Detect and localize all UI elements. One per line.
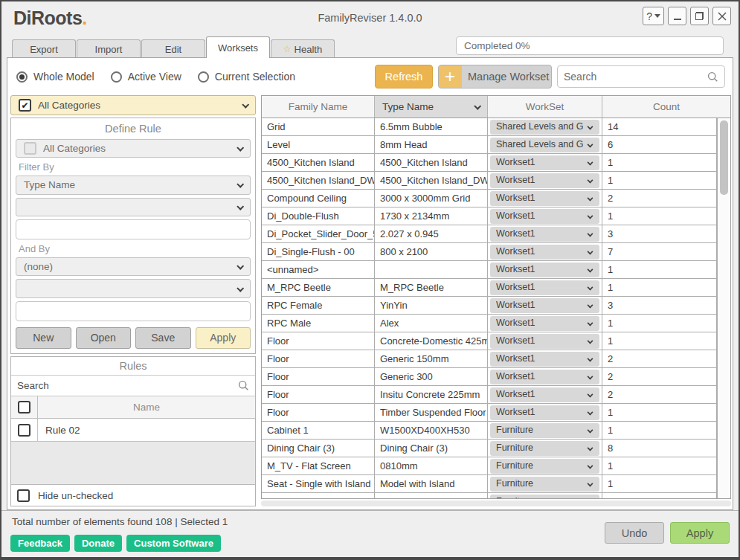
workset-dropdown[interactable]: Workset1 [490,191,599,206]
family-name-cell: 4500_Kitchen Island [262,154,375,171]
select-all-checkbox[interactable] [18,401,30,413]
workset-dropdown[interactable]: Workset1 [490,280,599,295]
workset-dropdown[interactable]: Furniture [490,459,599,474]
filter-field-dropdown[interactable]: Type Name [16,176,251,194]
horizontal-scrollbar[interactable] [261,501,731,506]
donate-button[interactable]: Donate [74,535,122,552]
count-cell: 6 [602,136,717,153]
feedback-button[interactable]: Feedback [10,535,70,552]
tab-edit[interactable]: Edit [141,39,205,58]
rule-row[interactable]: Rule 02 [11,419,255,442]
restore-icon [695,12,704,20]
checkbox-checked-icon[interactable]: ✔ [19,99,31,112]
table-row: Di_Pocket_Slider_Door_582.027 x 0.945Wor… [262,225,717,243]
count-cell: 2 [602,190,717,207]
workset-dropdown[interactable]: Workset1 [490,352,599,367]
type-name-cell: Insitu Concrete 225mm [375,386,488,403]
undo-button[interactable]: Undo [605,522,664,544]
workset-dropdown[interactable]: Workset1 [490,263,599,277]
radio-current-selection[interactable]: Current Selection [198,71,295,83]
help-button[interactable]: ? [643,7,664,25]
manage-workset-button[interactable]: +Manage Workset [438,65,552,88]
chevron-down-icon [654,14,660,18]
workset-dropdown[interactable]: Furniture [490,423,599,438]
dropdown-label: All Categories [38,100,100,111]
custom-software-button[interactable]: Custom Software [126,535,221,552]
vertical-scrollbar[interactable] [717,118,730,498]
workset-cell: Workset1 [488,368,602,385]
workset-dropdown[interactable]: Shared Levels and G [490,120,599,135]
all-categories-dropdown[interactable]: ✔ All Categories [10,95,256,115]
workset-dropdown[interactable]: Workset1 [490,334,599,349]
minimize-icon [674,19,681,20]
window-controls: ? [643,1,731,25]
refresh-button[interactable]: Refresh [375,65,433,88]
chevron-down-icon [588,374,593,380]
restore-button[interactable] [690,7,709,25]
radio-active-view[interactable]: Active View [111,71,181,83]
hide-unchecked-row[interactable]: Hide un-checked [11,484,255,506]
workset-dropdown[interactable]: Workset1 [490,245,599,260]
workset-dropdown[interactable]: Workset1 [490,370,599,384]
filter-operator-dropdown[interactable] [16,198,251,216]
workset-dropdown[interactable]: Workset1 [490,227,599,242]
hide-unchecked-checkbox[interactable] [17,489,30,502]
window-title: FamilyReviser 1.4.0.0 [1,12,739,24]
count-cell: 7 [602,243,717,260]
family-name-cell: Dining Chair (3) [262,440,375,457]
workset-dropdown[interactable]: Furniture [490,441,599,456]
and-value-input[interactable] [16,301,251,321]
workset-dropdown[interactable]: Furniture [490,495,599,500]
select-all-cell [11,396,38,418]
workset-dropdown[interactable]: Workset1 [490,405,599,420]
workset-dropdown[interactable]: Workset1 [490,173,599,188]
open-button[interactable]: Open [76,327,132,349]
scrollbar-thumb[interactable] [720,120,728,195]
tab-import[interactable]: Import [77,39,141,58]
rule-checkbox[interactable] [18,424,30,437]
rule-categories-dropdown[interactable]: All Categories [16,139,251,158]
table-row: FloorConcrete-Domestic 425mWorkset11 [262,332,717,350]
chevron-down-icon [474,103,481,110]
new-button[interactable]: New [16,327,71,349]
workset-dropdown[interactable]: Workset1 [490,316,599,331]
checkbox-unchecked-icon[interactable] [24,142,36,155]
apply-button[interactable]: Apply [670,522,730,544]
minimize-button[interactable] [668,7,686,25]
filter-value-input[interactable] [16,219,251,239]
radio-whole-model[interactable]: Whole Model [16,71,94,83]
type-name-cell: Generic 150mm [375,350,488,367]
count-cell: 14 [602,118,717,135]
tab-strip: Export Import Edit Worksets ☆Health Comp… [1,34,739,58]
and-operator-dropdown[interactable] [16,279,251,297]
table-row: Seat - Single with IslandModel with Isla… [262,475,717,493]
table-row: Level8mm HeadShared Levels and G6 [262,136,717,154]
workset-dropdown[interactable]: Workset1 [490,387,599,402]
table-row: RPC MaleAlexWorkset11 [262,315,717,332]
type-name-header-dropdown[interactable]: Type Name [375,96,488,118]
count-cell: 1 [602,457,717,474]
family-name-header: Family Name [262,96,375,118]
workset-dropdown[interactable]: Workset1 [490,155,599,170]
plus-icon: + [438,65,462,88]
tab-worksets[interactable]: Worksets [206,36,270,58]
table-search-input[interactable] [564,71,707,83]
workset-dropdown[interactable]: Furniture [490,477,599,492]
workset-dropdown[interactable]: Workset1 [490,209,599,224]
workset-dropdown[interactable]: Workset1 [490,298,599,313]
workset-cell: Workset1 [488,225,602,242]
familyreviser-window: DiRoots. FamilyReviser 1.4.0.0 ? Export … [0,0,740,560]
apply-rule-button[interactable]: Apply [196,327,251,349]
chevron-down-icon [237,144,244,152]
rules-search-input[interactable] [17,380,238,391]
workset-dropdown[interactable]: Shared Levels and G [490,138,599,152]
name-column-header: Name [38,396,255,418]
save-button[interactable]: Save [135,327,191,349]
radio-label: Whole Model [33,71,94,83]
and-field-dropdown[interactable]: (none) [16,257,251,276]
chevron-down-icon [588,338,593,344]
workset-cell: Workset1 [488,154,602,171]
close-button[interactable] [712,7,731,25]
tab-health[interactable]: ☆Health [271,39,335,58]
tab-export[interactable]: Export [12,39,76,58]
